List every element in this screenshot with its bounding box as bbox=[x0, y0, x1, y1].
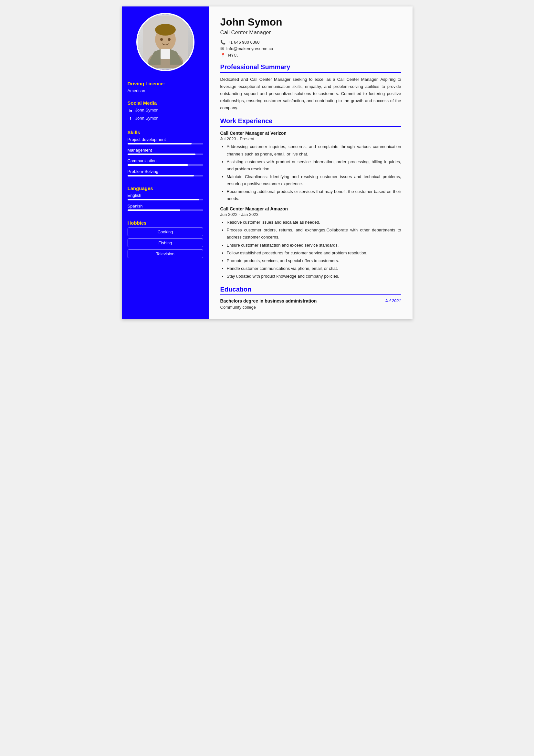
skill-bar-fill-0 bbox=[128, 143, 192, 145]
candidate-name: John Symon bbox=[220, 16, 401, 28]
location-value: NYC, bbox=[228, 53, 238, 58]
job-title-1: Call Center Manager at Amazon bbox=[220, 206, 401, 211]
skill-bar-fill-2 bbox=[128, 164, 188, 166]
skills-label: Skills bbox=[128, 130, 203, 135]
education-school-0: Community college bbox=[220, 305, 317, 310]
linkedin-icon: in bbox=[128, 108, 134, 114]
lang-bar-fill-0 bbox=[128, 199, 199, 201]
bullet-0-2: Maintain Cleanliness: Identifying and re… bbox=[227, 173, 401, 187]
bullet-1-0: Resolve customer issues and escalate as … bbox=[227, 219, 401, 226]
hobby-2: Television bbox=[128, 250, 203, 258]
skill-bar-bg-2 bbox=[128, 164, 203, 166]
skill-name-1: Management bbox=[128, 148, 203, 152]
skill-bar-fill-1 bbox=[128, 153, 196, 155]
hobby-1: Fishing bbox=[128, 238, 203, 247]
facebook-item: f John.Symon bbox=[128, 116, 203, 122]
education-divider bbox=[220, 294, 401, 295]
email-icon: ✉ bbox=[220, 46, 224, 51]
languages-label: Languages bbox=[128, 185, 203, 191]
email-value: Info@makemyresume.co bbox=[226, 46, 273, 51]
job-dates-1: Jun 2022 - Jan 2023 bbox=[220, 212, 401, 217]
avatar-image bbox=[138, 14, 193, 70]
languages-section: Languages English Spanish bbox=[128, 185, 203, 214]
social-media-section: Social Media in John.Symon f John.Symon bbox=[128, 100, 203, 124]
lang-bar-bg-0 bbox=[128, 199, 203, 201]
job-title-0: Call Center Manager at Verizon bbox=[220, 131, 401, 136]
hobby-0: Cooking bbox=[128, 228, 203, 236]
main-content: John Symon Call Center Manager 📞 +1 646 … bbox=[209, 7, 413, 319]
language-item-0: English bbox=[128, 193, 203, 201]
avatar bbox=[136, 13, 194, 71]
bullet-0-3: Recommending additional products or serv… bbox=[227, 188, 401, 202]
summary-divider bbox=[220, 72, 401, 73]
job-bullets-1: Resolve customer issues and escalate as … bbox=[220, 219, 401, 280]
bullet-0-1: Assisting customers with product or serv… bbox=[227, 158, 401, 173]
hobbies-label: Hobbies bbox=[128, 220, 203, 226]
education-title: Education bbox=[220, 286, 401, 293]
svg-point-9 bbox=[168, 38, 170, 41]
bullet-1-2: Ensure customer satisfaction and exceed … bbox=[227, 242, 401, 249]
skill-item-3: Problem-Solving bbox=[128, 169, 203, 176]
language-name-0: English bbox=[128, 193, 203, 198]
skill-item-2: Communication bbox=[128, 158, 203, 166]
hobbies-section: Hobbies Cooking Fishing Television bbox=[128, 220, 203, 260]
facebook-handle: John.Symon bbox=[135, 116, 159, 121]
skill-item-1: Management bbox=[128, 148, 203, 155]
professional-summary-title: Professional Summary bbox=[220, 63, 401, 71]
driving-licence-label: Driving Licence: bbox=[128, 81, 203, 86]
job-dates-0: Jul 2023 - Present bbox=[220, 136, 401, 141]
skills-section: Skills Project development Management Co… bbox=[128, 130, 203, 180]
phone-value: +1 646 980 6360 bbox=[228, 40, 260, 44]
contact-phone: 📞 +1 646 980 6360 bbox=[220, 40, 401, 44]
contact-email: ✉ Info@makemyresume.co bbox=[220, 46, 401, 51]
education-left-0: Bachelors degree in business administrat… bbox=[220, 298, 317, 310]
skill-name-3: Problem-Solving bbox=[128, 169, 203, 174]
bullet-1-6: Stay updated with product knowledge and … bbox=[227, 273, 401, 280]
svg-rect-5 bbox=[161, 49, 170, 59]
skill-item-0: Project development bbox=[128, 137, 203, 145]
skill-bar-bg-3 bbox=[128, 175, 203, 176]
job-bullets-0: Addressing customer inquiries, concerns,… bbox=[220, 143, 401, 202]
skill-bar-fill-3 bbox=[128, 175, 194, 176]
sidebar: Driving Licence: American Social Media i… bbox=[122, 7, 209, 319]
facebook-icon: f bbox=[128, 116, 134, 122]
location-icon: 📍 bbox=[220, 53, 225, 58]
skill-bar-bg-1 bbox=[128, 153, 203, 155]
linkedin-handle: John.Symon bbox=[135, 108, 159, 113]
candidate-job-title: Call Center Manager bbox=[220, 29, 401, 36]
work-divider bbox=[220, 126, 401, 127]
professional-summary-text: Dedicated and Call Center Manager seekin… bbox=[220, 76, 401, 112]
contact-location: 📍 NYC, bbox=[220, 53, 401, 58]
education-degree-0: Bachelors degree in business administrat… bbox=[220, 298, 317, 304]
skill-name-0: Project development bbox=[128, 137, 203, 142]
driving-licence-section: Driving Licence: American bbox=[128, 81, 203, 94]
education-date-0: Jul 2021 bbox=[385, 298, 401, 303]
phone-icon: 📞 bbox=[220, 40, 225, 44]
education-row-0: Bachelors degree in business administrat… bbox=[220, 298, 401, 310]
bullet-1-4: Promote products, services, and special … bbox=[227, 257, 401, 264]
skill-bar-bg-0 bbox=[128, 143, 203, 145]
bullet-1-1: Process customer orders, returns, and ex… bbox=[227, 227, 401, 241]
language-name-1: Spanish bbox=[128, 203, 203, 208]
svg-point-8 bbox=[160, 38, 163, 41]
lang-bar-fill-1 bbox=[128, 209, 181, 211]
svg-point-4 bbox=[155, 24, 176, 36]
bullet-1-5: Handle customer communications via phone… bbox=[227, 265, 401, 272]
skill-name-2: Communication bbox=[128, 158, 203, 163]
driving-licence-value: American bbox=[128, 88, 203, 93]
lang-bar-bg-1 bbox=[128, 209, 203, 211]
work-experience-title: Work Experience bbox=[220, 117, 401, 125]
language-item-1: Spanish bbox=[128, 203, 203, 211]
bullet-1-3: Follow established procedures for custom… bbox=[227, 250, 401, 256]
resume-container: Driving Licence: American Social Media i… bbox=[122, 7, 413, 319]
linkedin-item: in John.Symon bbox=[128, 108, 203, 114]
bullet-0-0: Addressing customer inquiries, concerns,… bbox=[227, 143, 401, 157]
social-media-label: Social Media bbox=[128, 100, 203, 106]
